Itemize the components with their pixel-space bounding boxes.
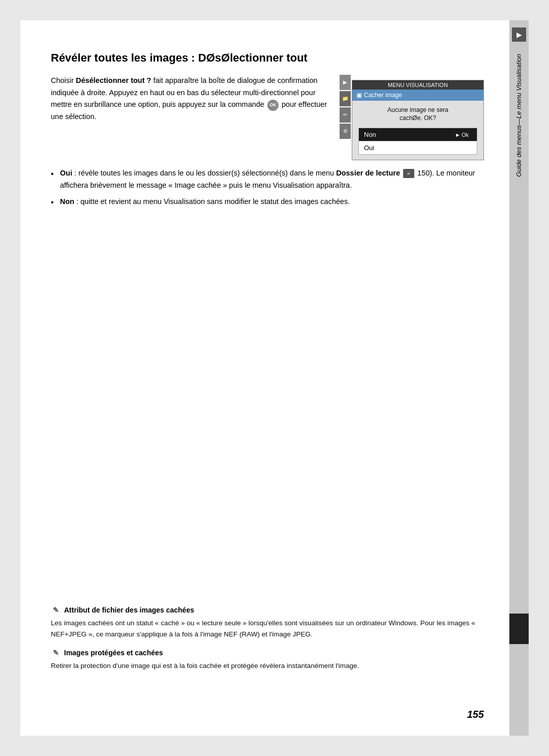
cacher-label: Cacher image [364, 92, 402, 99]
pencil-icon: ✏ [340, 107, 351, 123]
note1-text: Les images cachées ont un statut « caché… [51, 618, 484, 639]
note2-text: Retirer la protection d'une image qui es… [51, 660, 484, 672]
oui-text: : révèle toutes les images dans le ou le… [72, 169, 336, 177]
dialog-options: Non ► Ok Oui [358, 128, 477, 155]
cacher-icon: ▣ [356, 92, 362, 99]
intro-text: Choisir Désélectionner tout ? fait appar… [51, 75, 327, 124]
bullet-list: Oui : révèle toutes les images dans le o… [51, 167, 484, 208]
right-sidebar: ▶ Guide des menus—Le menu Visualisation [509, 20, 529, 736]
arrow-icon: ▶ [516, 31, 522, 39]
option-oui-label: Oui [364, 144, 374, 152]
sidebar-label: Guide des menus—Le menu Visualisation [515, 54, 524, 177]
camera-dialog: MENU VISUALISATION ▣ Cacher image Aucune… [352, 80, 484, 161]
ok-arrow: ► [455, 132, 461, 138]
title-bold: Révéler toutes les images : [51, 51, 195, 64]
page-number: 155 [467, 709, 484, 720]
note2-title: ✎ Images protégées et cachées [51, 648, 484, 658]
book-icon: ꀻ [403, 169, 414, 178]
intro-block: Choisir Désélectionner tout ? fait appar… [51, 75, 327, 161]
bullet-oui: Oui : révèle toutes les images dans le o… [51, 167, 484, 192]
bullet-non: Non : quitte et revient au menu Visualis… [51, 196, 484, 208]
option-non-label: Non [364, 131, 376, 138]
playback-icon: ▶ [340, 75, 351, 90]
ok-label: Ok [462, 132, 469, 138]
note1-block: ✎ Attribut de fichier des images cachées… [51, 605, 484, 639]
option-non-row: Non ► Ok [359, 128, 477, 141]
sidebar-black-block [509, 614, 529, 644]
dialog-message: Aucune image ne sera cachØe. OK? [358, 106, 477, 123]
note2-title-text: Images protégées et cachées [64, 649, 163, 657]
playback-arrow: ▶ [512, 27, 526, 42]
non-label: Non [60, 197, 74, 206]
dialog-body: Aucune image ne sera cachØe. OK? Non ► O… [352, 101, 483, 160]
oui-icon-wrap: ꀻ 150) [400, 169, 432, 177]
folder-icon: 📁 [340, 91, 351, 106]
bottom-area: ✎ Attribut de fichier des images cachées… [51, 605, 484, 710]
top-section: Choisir Désélectionner tout ? fait appar… [51, 75, 484, 161]
note1-title-text: Attribut de fichier des images cachées [64, 606, 194, 614]
main-content: Révéler toutes les images : DØsØlectionn… [20, 20, 509, 736]
note2-block: ✎ Images protégées et cachées Retirer la… [51, 648, 484, 672]
oui-label: Oui [60, 169, 72, 177]
enter-icon: OK [267, 100, 279, 111]
oui-dossier: Dossier de lecture [336, 169, 400, 177]
ok-badge: ► Ok [452, 131, 472, 138]
title-normal: DØsØlectionner tout [195, 51, 308, 64]
dialog-left-icons: ▶ 📁 ✏ ⚙ [340, 75, 351, 140]
gear-icon: ⚙ [340, 124, 351, 139]
dialog-menu-title: MENU VISUALISATION [352, 80, 483, 90]
page: Révéler toutes les images : DØsØlectionn… [20, 20, 529, 736]
section-title: Révéler toutes les images : DØsØlectionn… [51, 51, 484, 66]
non-text: : quitte et revient au menu Visualisatio… [74, 197, 350, 206]
message-line2: cachØe. OK? [400, 114, 436, 122]
option-oui-row: Oui [359, 141, 477, 154]
note1-title: ✎ Attribut de fichier des images cachées [51, 605, 484, 615]
note2-icon: ✎ [51, 648, 61, 658]
message-line1: Aucune image ne sera [387, 106, 448, 113]
note1-icon: ✎ [51, 605, 61, 615]
camera-dialog-wrapper: ▶ 📁 ✏ ⚙ MENU VISUALISATION ▣ Cacher imag… [340, 75, 484, 161]
dialog-cacher-row: ▣ Cacher image [352, 90, 483, 101]
